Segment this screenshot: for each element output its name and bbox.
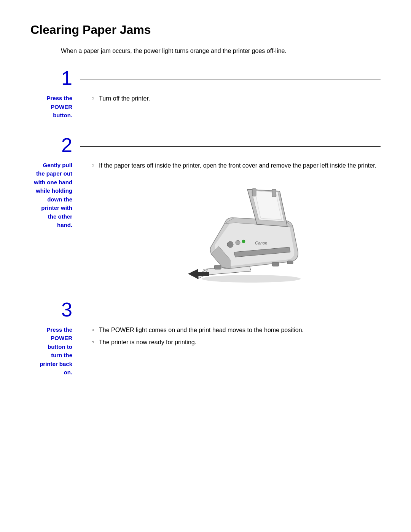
- step-2-number: 2: [30, 135, 80, 155]
- step-3-header: 3: [30, 300, 381, 320]
- svg-rect-11: [287, 261, 293, 264]
- step-2-content: If the paper tears off inside the printe…: [80, 161, 381, 284]
- step-3-divider: [80, 311, 381, 311]
- intro-text: When a paper jam occurs, the power light…: [30, 48, 381, 54]
- step-1-header: 1: [30, 68, 381, 88]
- step-3-number: 3: [30, 300, 80, 320]
- svg-rect-10: [272, 262, 279, 266]
- printer-image: Canon: [42, 178, 381, 284]
- svg-marker-2: [188, 269, 198, 279]
- svg-rect-4: [252, 189, 256, 196]
- svg-rect-9: [214, 265, 221, 269]
- step-2-header: 2: [30, 135, 381, 155]
- step-1-bullet-1: Turn off the printer.: [91, 94, 381, 103]
- step-1-body: Press the POWER button. Turn off the pri…: [30, 94, 381, 120]
- step-2: 2 Gently pull the paper out with one han…: [30, 135, 381, 284]
- step-3: 3 Press the POWER button to turn the pri…: [30, 300, 381, 377]
- step-3-body: Press the POWER button to turn the print…: [30, 326, 381, 377]
- svg-rect-5: [272, 189, 276, 197]
- step-3-bullet-1: The POWER light comes on and the print h…: [91, 326, 381, 335]
- step-2-bullet-1: If the paper tears off inside the printe…: [91, 161, 381, 170]
- step-3-bullet-2: The printer is now ready for printing.: [91, 338, 381, 347]
- step-1-label: Press the POWER button.: [30, 94, 80, 120]
- step-2-divider: [80, 146, 381, 147]
- step-1-divider: [80, 80, 381, 80]
- step-1-content: Turn off the printer.: [80, 94, 381, 120]
- svg-point-6: [227, 241, 233, 248]
- step-2-body: Gently pull the paper out with one hand …: [30, 161, 381, 284]
- step-3-label: Press the POWER button to turn the print…: [30, 326, 80, 377]
- printer-illustration: Canon: [181, 178, 303, 284]
- page-title: Clearing Paper Jams: [30, 23, 381, 37]
- step-3-content: The POWER light comes on and the print h…: [80, 326, 381, 377]
- printer-shadow: [202, 275, 301, 283]
- svg-point-8: [242, 240, 245, 243]
- svg-point-7: [236, 240, 240, 245]
- step-1-number: 1: [30, 68, 80, 88]
- svg-rect-3: [198, 272, 209, 276]
- brand-logo: Canon: [255, 241, 267, 245]
- step-1: 1 Press the POWER button. Turn off the p…: [30, 68, 381, 120]
